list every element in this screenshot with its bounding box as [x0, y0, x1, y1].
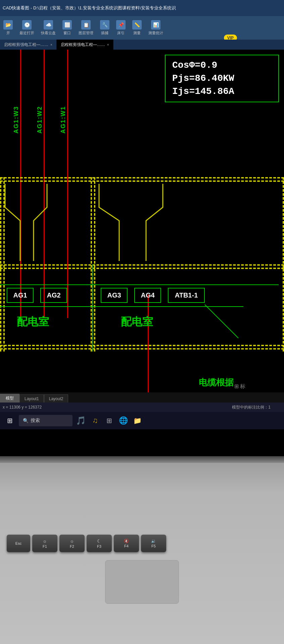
tab-1[interactable]: 启程框剪强电工程—…… ×: [0, 40, 57, 50]
yellow-dashed-h1: [0, 177, 284, 178]
f1-label: F1: [43, 544, 47, 548]
svg-line-0: [205, 305, 238, 338]
esc-key[interactable]: Esc: [7, 535, 30, 552]
yellow-dashed-h3: [0, 264, 284, 266]
cad-status-bar: x = 11306 y = 126372 模型中的标注比例：1: [0, 402, 284, 412]
toolbar-cloud[interactable]: ☁️ 快看云盘: [41, 20, 56, 36]
layout2-tab[interactable]: Layout2: [44, 394, 68, 402]
measure-stats-icon: 📊: [151, 20, 160, 30]
layout1-tab[interactable]: Layout1: [19, 394, 44, 402]
right-bracket-svg: [96, 180, 284, 264]
ijs-text: Ijs=145.86A: [172, 85, 272, 98]
yellow-dashed-h4: [0, 268, 284, 269]
taskbar-folder-icon[interactable]: 📁: [132, 415, 143, 426]
measure-label: 测量: [133, 31, 141, 36]
f1-key[interactable]: ☼ F1: [32, 535, 57, 552]
tab-2[interactable]: 启程框剪强电工程—…… ×: [57, 40, 113, 50]
ref-icon: 📌: [116, 20, 126, 30]
toolbar-snap[interactable]: 🔧 插捕: [100, 20, 109, 36]
ag1-w2-label: AG1:W2: [36, 66, 43, 133]
f5-vol-icon: 🔉: [151, 539, 156, 543]
toolbar-ref[interactable]: 📌 床引: [116, 20, 126, 36]
f5-key[interactable]: 🔉 F5: [141, 535, 166, 552]
taskbar-note-icon[interactable]: ♫: [89, 415, 101, 426]
search-icon: 🔍: [23, 418, 29, 423]
touchpad[interactable]: [105, 560, 179, 604]
horiz-green-4: [92, 306, 243, 307]
f3-moon-icon: ☾: [97, 538, 101, 544]
cloud-icon: ☁️: [44, 20, 53, 30]
horiz-green-2: [92, 284, 279, 285]
horiz-green-3: [0, 306, 92, 307]
ag1-w3-label: AG1:W3: [13, 66, 20, 133]
tab-1-label: 启程框剪强电工程—……: [4, 42, 48, 48]
f5-label: F5: [151, 544, 156, 548]
model-tab-row: 模型 Layout1 Layout2: [0, 392, 284, 402]
tab-1-close[interactable]: ×: [50, 43, 52, 47]
ag3-box: AG3: [101, 288, 128, 303]
f4-label: F4: [124, 544, 129, 548]
f2-key[interactable]: ☼ F2: [59, 535, 85, 552]
horiz-green-1: [0, 284, 92, 285]
title-bar: CAD快速看图 - D:\启程（安装、市政）\1.安装专业全系统识图课程资料\安…: [0, 0, 284, 16]
toolbar-measure-stats[interactable]: 📊 测量统计: [148, 20, 163, 36]
grid-icon: ⊞ 标: [234, 383, 245, 390]
measure-stats-label: 测量统计: [148, 31, 163, 36]
taskbar-browser-icon[interactable]: 🌐: [117, 415, 129, 426]
ag1-w1-label: AG1:W1: [60, 66, 67, 133]
keyboard-area: Esc ☼ F1 ☼ F2 ☾ F3 🔇 F4 🔉 F5: [0, 456, 284, 644]
cloud-label: 快看云盘: [41, 31, 56, 36]
esc-label: Esc: [15, 541, 21, 545]
scale-text: 模型中的标注比例：1: [232, 405, 271, 410]
taskbar-window-icon[interactable]: ⊞: [103, 415, 115, 426]
toolbar-window[interactable]: ⬜ 窗口: [62, 20, 72, 36]
layers-icon: 📋: [81, 20, 91, 30]
snap-label: 插捕: [101, 31, 108, 36]
f3-label: F3: [97, 544, 101, 548]
model-tab[interactable]: 模型: [0, 394, 19, 402]
info-box: CosΦ=0.9 Pjs=86.40KW Ijs=145.86A: [165, 55, 279, 102]
taskbar: ⊞ 🔍 搜索 🎵 ♫ ⊞ 🌐 📁: [0, 412, 284, 429]
title-text: CAD快速看图 - D:\启程（安装、市政）\1.安装专业全系统识图课程资料\安…: [3, 5, 176, 11]
window-label: 窗口: [63, 31, 71, 36]
ag2-box: AG2: [40, 288, 67, 303]
coordinates-text: x = 11306 y = 126372: [3, 405, 42, 410]
search-placeholder: 搜索: [31, 418, 40, 424]
screen-area: CAD快速看图 - D:\启程（安装、市政）\1.安装专业全系统识图课程资料\安…: [0, 0, 284, 456]
f2-label: F2: [70, 544, 74, 548]
window-icon: ⬜: [62, 20, 72, 30]
f3-key[interactable]: ☾ F3: [87, 535, 112, 552]
toolbar: 📂 开 🕐 最近打开 ☁️ 快看云盘 ⬜ 窗口 📋 图层管理 🔧 插捕 📌 床引: [0, 16, 284, 40]
tab-2-close[interactable]: ×: [107, 43, 109, 47]
measure-icon: 📏: [132, 20, 142, 30]
ag4-box: AG4: [134, 288, 161, 303]
hinge: [0, 456, 284, 463]
cable-label: 电缆根据: [199, 377, 234, 388]
recent-label: 最近打开: [19, 31, 34, 36]
peidianshi-2: 配电室: [121, 315, 153, 329]
cos-phi-text: CosΦ=0.9: [172, 59, 272, 72]
pjs-text: Pjs=86.40KW: [172, 72, 272, 85]
keyboard-row: Esc ☼ F1 ☼ F2 ☾ F3 🔇 F4 🔉 F5: [7, 533, 277, 553]
connection-line-svg: [188, 298, 255, 365]
f2-sun-icon: ☼: [70, 538, 74, 544]
open-icon: 📂: [3, 20, 13, 30]
cad-drawing-area[interactable]: AG1:W3 AG1:W2 AG1:W1 CosΦ=0.9 Pjs=86.40K…: [0, 50, 284, 412]
f1-sun-icon: ☼: [43, 538, 47, 544]
search-bar[interactable]: 🔍 搜索: [19, 415, 73, 426]
ag1-box: AG1: [7, 288, 34, 303]
toolbar-measure[interactable]: 📏 测量: [132, 20, 142, 36]
toolbar-open[interactable]: 📂 开: [3, 20, 13, 36]
peidianshi-1: 配电室: [17, 315, 49, 329]
open-label: 开: [6, 31, 10, 36]
f4-key[interactable]: 🔇 F4: [114, 535, 139, 552]
taskbar-music-icon[interactable]: 🎵: [75, 415, 87, 426]
vertical-divider: [92, 264, 93, 352]
windows-button[interactable]: ⊞: [3, 414, 16, 427]
snap-icon: 🔧: [100, 20, 109, 30]
toolbar-recent[interactable]: 🕐 最近打开: [19, 20, 34, 36]
left-bracket-svg: [0, 180, 96, 264]
toolbar-layers[interactable]: 📋 图层管理: [79, 20, 93, 36]
layers-label: 图层管理: [79, 31, 93, 36]
tab-2-label: 启程框剪强电工程—……: [61, 42, 105, 48]
